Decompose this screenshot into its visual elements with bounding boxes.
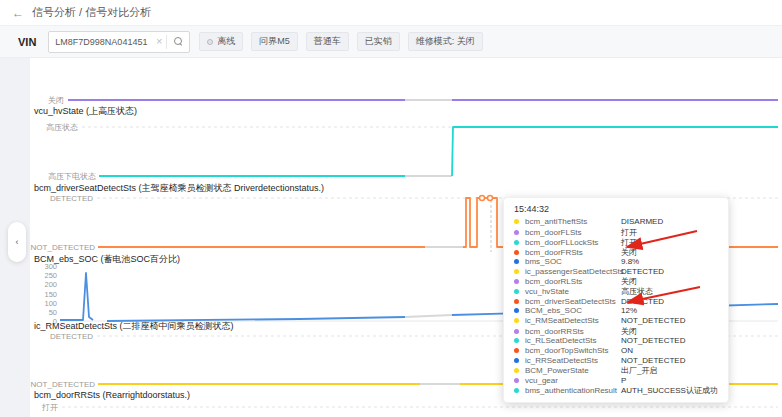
signal-dot-icon <box>514 259 519 264</box>
badge-label: 普通车 <box>314 35 341 48</box>
signal-name: bcm_doorFRSts <box>525 248 621 257</box>
signal-dot-icon <box>514 219 519 224</box>
signal-name: BCM_ebs_SOC <box>525 306 621 315</box>
tooltip-row: ic_passengerSeatDetectStsDETECTED <box>514 266 718 276</box>
signal-name: vcu_gear <box>525 376 621 385</box>
search-button[interactable] <box>167 32 189 52</box>
tooltip-row: ic_RRSeatDetectStsNOT_DETECTED <box>514 355 718 365</box>
signal-name: bcm_doorRRSts <box>525 327 621 336</box>
back-arrow-icon[interactable]: ← <box>12 6 24 20</box>
tooltip-row: bcm_doorTopSwitchStsON <box>514 346 718 356</box>
signal-value: DISARMED <box>621 217 718 226</box>
signal-dot-icon <box>514 368 519 373</box>
tooltip-row: bcm_doorRRSts关闭 <box>514 326 718 336</box>
breadcrumb[interactable]: 信号分析 / 信号对比分析 <box>32 5 151 20</box>
signal-dot-icon <box>514 269 519 274</box>
signal-name: ic_RMSeatDetectSts <box>525 316 621 325</box>
tooltip-row: ic_RMSeatDetectStsNOT_DETECTED <box>514 316 718 326</box>
status-badge: 离线 <box>199 32 243 51</box>
signal-name: bcm_doorRLSts <box>525 277 621 286</box>
signal-name: vcu_hvState <box>525 287 621 296</box>
signal-name: ic_RLSeatDetectSts <box>525 336 621 345</box>
tooltip-row: bcm_doorFRSts关闭 <box>514 247 718 257</box>
status-badge: 普通车 <box>306 32 349 51</box>
signal-value: ON <box>621 346 718 355</box>
signal-value: P <box>621 376 718 385</box>
vin-toolbar: VIN × 离线问界M5普通车已实销维修模式: 关闭 <box>0 26 782 58</box>
signal-dot-icon <box>514 378 519 383</box>
signal-tooltip: 15:44:32 bcm_antiTheftStsDISARMEDbcm_doo… <box>503 197 729 403</box>
clear-icon[interactable]: × <box>152 36 166 47</box>
signal-value: DETECTED <box>621 267 718 276</box>
page-header: ← 信号分析 / 信号对比分析 <box>0 0 782 26</box>
tooltip-row: BCM_ebs_SOC12% <box>514 306 718 316</box>
tooltip-row: vcu_hvState高压状态 <box>514 286 718 296</box>
search-icon <box>174 37 183 46</box>
signal-name: bms_SOC <box>525 257 621 266</box>
tooltip-row: bcm_doorFLSts打开 <box>514 227 718 237</box>
offline-dot-icon <box>207 39 213 45</box>
signal-value: AUTH_SUCCESS认证成功 <box>621 385 718 396</box>
tooltip-row: BCM_PowerState出厂_开启 <box>514 365 718 375</box>
status-badge: 维修模式: 关闭 <box>408 32 483 51</box>
badge-label: 已实销 <box>365 35 392 48</box>
tooltip-row: ic_RLSeatDetectStsNOT_DETECTED <box>514 336 718 346</box>
signal-dot-icon <box>514 358 519 363</box>
status-badge: 问界M5 <box>251 32 298 51</box>
signal-value: NOT_DETECTED <box>621 356 718 365</box>
signal-name: ic_RRSeatDetectSts <box>525 356 621 365</box>
signal-dot-icon <box>514 299 519 304</box>
tooltip-row: bcm_doorRLSts关闭 <box>514 276 718 286</box>
signal-dot-icon <box>514 348 519 353</box>
signal-value: 12% <box>621 306 718 315</box>
signal-dot-icon <box>514 318 519 323</box>
vin-search-group: × <box>48 31 190 53</box>
badge-label: 维修模式: 关闭 <box>416 35 475 48</box>
signal-dot-icon <box>514 289 519 294</box>
signal-dot-icon <box>514 388 519 393</box>
chevron-left-icon: ‹ <box>16 238 19 247</box>
signal-name: ic_passengerSeatDetectSts <box>525 267 621 276</box>
status-badges: 离线问界M5普通车已实销维修模式: 关闭 <box>199 32 483 51</box>
signal-value: NOT_DETECTED <box>621 316 718 325</box>
signal-name: bms_authenticationResult <box>525 386 621 395</box>
vin-input[interactable] <box>49 37 152 47</box>
signal-dot-icon <box>514 240 519 245</box>
signal-name: bcm_antiTheftSts <box>525 217 621 226</box>
tooltip-time: 15:44:32 <box>514 204 718 214</box>
signal-dot-icon <box>514 329 519 334</box>
tooltip-row: bcm_doorFLLockSts打开 <box>514 237 718 247</box>
tooltip-row: vcu_gearP <box>514 375 718 385</box>
signal-name: bcm_doorTopSwitchSts <box>525 346 621 355</box>
signal-dot-icon <box>514 230 519 235</box>
vin-label: VIN <box>18 36 36 48</box>
signal-value: NOT_DETECTED <box>621 336 718 345</box>
badge-label: 离线 <box>217 35 235 48</box>
signal-name: bcm_doorFLLockSts <box>525 238 621 247</box>
signal-dot-icon <box>514 250 519 255</box>
tooltip-row: bms_authenticationResultAUTH_SUCCESS认证成功 <box>514 385 718 395</box>
signal-dot-icon <box>514 338 519 343</box>
signal-dot-icon <box>514 279 519 284</box>
signal-dot-icon <box>514 308 519 313</box>
signal-name: bcm_driverSeatDetectSts <box>525 297 621 306</box>
badge-label: 问界M5 <box>259 35 290 48</box>
signal-name: BCM_PowerState <box>525 366 621 375</box>
tooltip-row: bcm_driverSeatDetectStsDETECTED <box>514 296 718 306</box>
collapse-handle[interactable]: ‹ <box>8 222 26 262</box>
signal-name: bcm_doorFLSts <box>525 228 621 237</box>
signal-value: DETECTED <box>621 297 718 306</box>
status-badge: 已实销 <box>357 32 400 51</box>
signal-value: 9.8% <box>621 257 718 266</box>
tooltip-row: bcm_antiTheftStsDISARMED <box>514 217 718 227</box>
tooltip-row: bms_SOC9.8% <box>514 257 718 267</box>
